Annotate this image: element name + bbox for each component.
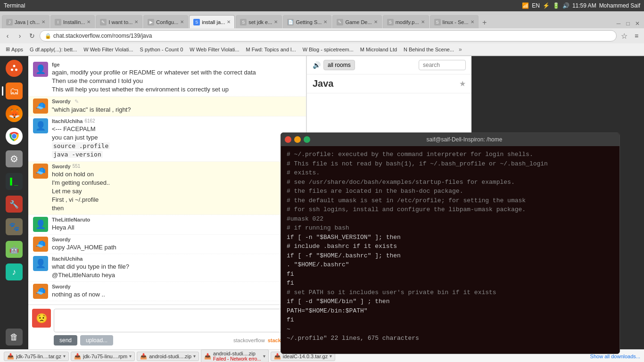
battery-icon: 🔋 [553, 2, 560, 9]
download-item[interactable]: 📥android-studi....zip▾ [137, 352, 199, 361]
avatar-m2: 🧢 [33, 99, 48, 114]
bluetooth-icon: ⚡ [543, 2, 550, 9]
new-tab-button[interactable]: + [479, 17, 490, 28]
show-all-downloads[interactable]: Show all downloads... [590, 354, 640, 359]
all-rooms-button[interactable]: all rooms [323, 60, 355, 70]
dock-android[interactable]: 🤖 [4, 239, 25, 260]
download-item[interactable]: 📥jdk-7u75-lin....tar.gz▾ [4, 352, 69, 361]
chrome-close[interactable]: ✕ [633, 19, 642, 28]
user-avatar: 😟 [32, 309, 51, 328]
chat-area: 👤 fge again, modify your profile or READ… [28, 56, 306, 349]
url-text: chat.stackoverflow.com/rooms/139/java [53, 33, 152, 39]
avatar-m1: 👤 [33, 62, 48, 77]
dock-trash[interactable]: 🗑 [4, 327, 25, 347]
dock-tools[interactable]: 🔧 [4, 194, 25, 214]
message-content-m2: Swordy ✎ "which javac" is literal , righ… [52, 99, 301, 114]
dock-terminal[interactable]: ▌_ [4, 171, 25, 192]
address-bar: ‹ › ↻ 🔒 chat.stackoverflow.com/rooms/139… [0, 28, 644, 43]
chrome-minimize[interactable]: ─ [614, 19, 623, 28]
room-header: Java ★ [307, 74, 471, 93]
url-input[interactable]: 🔒 chat.stackoverflow.com/rooms/139/java [40, 30, 617, 41]
dock-music[interactable]: ♪ [4, 262, 25, 282]
message-content-m1: fge again, modify your profile or README… [52, 62, 301, 94]
reload-button[interactable]: ↻ [27, 31, 37, 41]
back-button[interactable]: ‹ [3, 31, 12, 41]
bookmark-blog---spicetreem...[interactable]: WBlog - spicetreem... [300, 46, 356, 53]
room-title: Java [313, 78, 334, 89]
chat-messages: 👤 fge again, modify your profile or READ… [28, 56, 306, 304]
tab-bar: JJava | ch...✕IInstallin...✕✎I want to..… [0, 11, 644, 28]
volume-control[interactable]: 🔊 [313, 61, 321, 69]
bookmark-star[interactable]: ☆ [619, 31, 629, 41]
browser-tab-tab4[interactable]: ▶Configu...✕ [143, 15, 188, 28]
forward-button[interactable]: › [15, 31, 25, 41]
browser-tab-tab8[interactable]: ✎Game De...✕ [332, 15, 381, 28]
avatar-m8: 🧢 [33, 284, 48, 299]
browser-tab-tab5[interactable]: Sinstall ja...✕ [189, 15, 235, 28]
clock: 11:59 AM [572, 2, 596, 9]
bookmark-df.apply(...):-bett.[interactable]: Gdf.apply(...): bett... [27, 46, 80, 53]
chrome-maximize[interactable]: □ [623, 19, 633, 28]
avatar-m5: 👤 [33, 217, 48, 232]
dock-gimp[interactable]: 🐾 [4, 216, 25, 237]
terminal-minimize-button[interactable] [294, 136, 301, 143]
bookmark-web-filter-violati..[interactable]: WWeb Filter Violati... [187, 46, 242, 53]
message-content-m4: Swordy 551 hold on hold onI'm getting co… [52, 164, 301, 213]
browser-tab-tab2[interactable]: IInstallin...✕ [50, 15, 95, 28]
browser-tab-tab3[interactable]: ✎I want to...✕ [96, 15, 142, 28]
browser-chrome: JJava | ch...✕IInstallin...✕✎I want to..… [0, 11, 644, 56]
chat-message-m2: 🧢 Swordy ✎ "which javac" is literal , ri… [28, 97, 306, 116]
search-input[interactable] [419, 60, 466, 70]
dock-firefox[interactable]: 🦊 [4, 103, 25, 124]
bookmarks-more[interactable]: » [459, 46, 462, 53]
avatar-m4: 🧢 [33, 164, 48, 179]
bookmark-microland-ltd[interactable]: MMicroland Ltd [357, 46, 400, 53]
terminal-maximize-button[interactable] [304, 136, 310, 143]
bookmark-apps[interactable]: ⊞Apps [3, 45, 26, 53]
send-button[interactable]: send [54, 335, 77, 346]
terminal-window: saif@saif-Dell-Inspiron: /home # ~/.prof… [281, 132, 620, 354]
lang-indicator: EN [532, 2, 540, 9]
terminal-body[interactable]: # ~/.profile: executed by the command in… [281, 146, 619, 354]
dock-ubuntu[interactable] [4, 58, 25, 79]
settings-button[interactable]: ≡ [632, 31, 641, 41]
message-content-m8: Swordy nothing as of now .. [52, 284, 301, 299]
terminal-titlebar: saif@saif-Dell-Inspiron: /home [281, 133, 619, 146]
bookmark-web-filter-violati..[interactable]: WWeb Filter Violati... [81, 46, 136, 53]
browser-tab-tab1[interactable]: JJava | ch...✕ [2, 15, 50, 28]
avatar-m7: 👤 [33, 256, 48, 271]
volume-icon: 🔊 [562, 2, 570, 9]
dock-files[interactable]: 🗂 [4, 81, 25, 101]
network-icon: 📶 [522, 2, 529, 9]
message-content-m3: ItachiUchiha 6162 <--- FACEPALMyou can j… [52, 118, 301, 159]
dock-settings[interactable]: ⚙ [4, 148, 25, 169]
browser-tab-tab10[interactable]: Slinux - Se...✕ [430, 15, 479, 28]
upload-button[interactable]: upload... [80, 335, 113, 346]
chat-message-m4: 🧢 Swordy 551 hold on hold onI'm getting … [28, 162, 306, 215]
system-bar-left: Terminal [4, 2, 25, 9]
bookmarks-bar: ⊞AppsGdf.apply(...): bett...WWeb Filter … [0, 43, 644, 56]
so-header: 🔊 all rooms [307, 56, 471, 74]
dock-chrome[interactable] [4, 126, 25, 147]
bookmark-fwd:-topics-and-l...[interactable]: MFwd: Topics and l... [243, 46, 299, 53]
svg-point-3 [15, 69, 17, 71]
terminal-close-button[interactable] [285, 136, 291, 143]
bookmark-python---count-0[interactable]: Spython - Count 0 [137, 46, 186, 53]
bookmark-behind-the-scene...[interactable]: NBehind the Scene... [401, 46, 457, 53]
system-bar-right: 📶 EN ⚡ 🔋 🔊 11:59 AM Mohammed Saif [522, 2, 640, 9]
browser-tab-tab6[interactable]: Sset jdk e...✕ [236, 15, 282, 28]
download-item[interactable]: 📥android-studi....zipFailed - Network er… [201, 349, 269, 362]
star-button[interactable]: ★ [459, 79, 466, 88]
message-input[interactable] [54, 309, 302, 332]
system-bar: Terminal 📶 EN ⚡ 🔋 🔊 11:59 AM Mohammed Sa… [0, 0, 644, 11]
chat-message-m7: 👤 ItachiUchiha what did you type in the … [28, 254, 306, 282]
download-item[interactable]: 📥jdk-7u75-linu....rpm▾ [71, 352, 135, 361]
chat-message-m5: 👤 TheLittleNaruto Heya All [28, 215, 306, 234]
chat-message-m1: 👤 fge again, modify your profile or READ… [28, 60, 306, 97]
browser-tab-tab9[interactable]: Smodify.p...✕ [383, 15, 429, 28]
terminal-title: saif@saif-Dell-Inspiron: /home [313, 136, 616, 143]
message-content-m5: TheLittleNaruto Heya All [52, 217, 301, 232]
system-title: Terminal [4, 2, 25, 9]
browser-tab-tab7[interactable]: 📄Getting S...✕ [283, 15, 331, 28]
avatar-m6: 🧢 [33, 237, 48, 252]
